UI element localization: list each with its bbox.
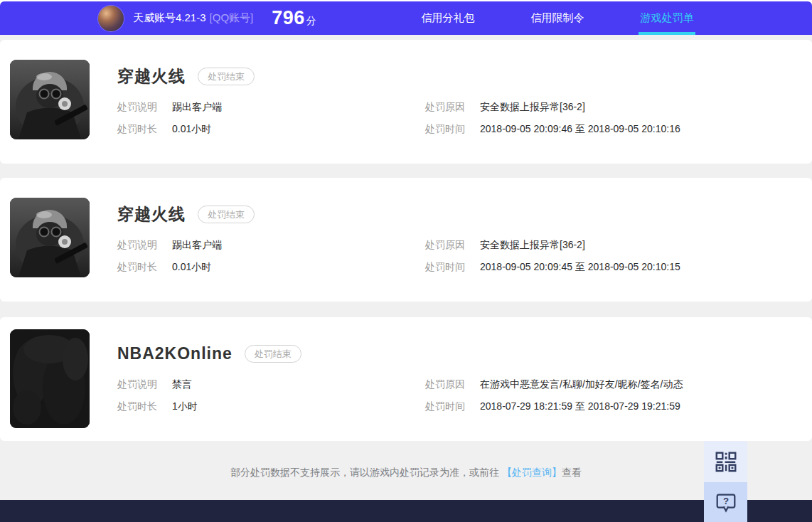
field-value: 踢出客户端 <box>172 239 222 250</box>
field-penalty-time: 处罚时间2018-09-05 20:09:46 至 2018-09-05 20:… <box>425 122 791 136</box>
penalty-card: 穿越火线 处罚结束 处罚说明踢出客户端 处罚原因安全数据上报异常[36-2] 处… <box>0 178 812 302</box>
help-bubble-icon: ? <box>714 490 738 514</box>
field-label: 处罚时间 <box>425 122 480 136</box>
field-penalty-reason: 处罚原因安全数据上报异常[36-2] <box>425 238 791 252</box>
field-penalty-desc: 处罚说明踢出客户端 <box>117 238 425 252</box>
field-value: 安全数据上报异常[36-2] <box>480 101 585 112</box>
account-info: 天威账号4.21-3 [QQ账号] 796 分 <box>98 6 316 31</box>
field-penalty-reason: 处罚原因安全数据上报异常[36-2] <box>425 100 791 114</box>
account-name: 天威账号4.21-3 <box>133 11 206 25</box>
game-title: 穿越火线 <box>117 65 186 87</box>
svg-text:?: ? <box>722 496 728 506</box>
penalty-card: NBA2KOnline 处罚结束 处罚说明禁言 处罚原因在游戏中恶意发言/私聊/… <box>0 317 812 441</box>
field-label: 处罚时长 <box>117 260 172 274</box>
notice-text: 部分处罚数据不支持展示，请以游戏内处罚记录为准，或前往 <box>230 467 502 478</box>
field-value: 安全数据上报异常[36-2] <box>480 239 585 250</box>
field-label: 处罚原因 <box>425 377 480 391</box>
avatar <box>98 6 124 31</box>
crossfire-soldier-icon <box>10 198 90 277</box>
field-value: 2018-09-05 20:09:45 至 2018-09-05 20:10:1… <box>480 261 680 272</box>
game-title: NBA2KOnline <box>117 344 233 363</box>
notice-text-suffix: 查看 <box>562 467 582 478</box>
game-thumbnail-crossfire <box>10 60 90 139</box>
status-badge: 处罚结束 <box>198 206 255 223</box>
header: 天威账号4.21-3 [QQ账号] 796 分 信用分礼包 信用限制令 游戏处罚… <box>0 1 812 35</box>
status-badge: 处罚结束 <box>198 68 255 85</box>
credit-score: 796 分 <box>272 7 316 29</box>
field-label: 处罚时间 <box>425 399 480 413</box>
field-penalty-reason: 处罚原因在游戏中恶意发言/私聊/加好友/昵称/签名/动态 <box>425 377 791 391</box>
credit-score-value: 796 <box>272 7 305 29</box>
game-penalty-page: 天威账号4.21-3 [QQ账号] 796 分 信用分礼包 信用限制令 游戏处罚… <box>0 0 812 522</box>
top-nav: 信用分礼包 信用限制令 游戏处罚单 <box>365 1 812 35</box>
field-value: 0.01小时 <box>172 261 211 272</box>
penalty-card: 穿越火线 处罚结束 处罚说明踢出客户端 处罚原因安全数据上报异常[36-2] 处… <box>0 40 812 164</box>
game-thumbnail-crossfire <box>10 198 90 277</box>
field-penalty-desc: 处罚说明禁言 <box>117 377 425 391</box>
field-value: 2018-09-05 20:09:46 至 2018-09-05 20:10:1… <box>480 123 680 134</box>
field-label: 处罚时长 <box>117 399 172 413</box>
penalty-query-link[interactable]: 【处罚查询】 <box>502 467 562 478</box>
status-badge: 处罚结束 <box>245 345 301 363</box>
field-value: 1小时 <box>172 400 198 412</box>
field-penalty-duration: 处罚时长1小时 <box>117 399 425 413</box>
field-value: 2018-07-29 18:21:59 至 2018-07-29 19:21:5… <box>480 400 680 412</box>
field-value: 0.01小时 <box>172 123 211 134</box>
field-label: 处罚说明 <box>117 238 172 252</box>
field-penalty-time: 处罚时间2018-09-05 20:09:45 至 2018-09-05 20:… <box>425 260 791 274</box>
field-label: 处罚说明 <box>117 100 172 114</box>
field-label: 处罚时长 <box>117 122 172 136</box>
field-penalty-desc: 处罚说明踢出客户端 <box>117 100 425 114</box>
field-label: 处罚原因 <box>425 238 480 252</box>
game-thumbnail-nba2konline <box>10 329 90 428</box>
crossfire-soldier-icon <box>10 60 90 139</box>
game-title: 穿越火线 <box>117 203 186 225</box>
penalty-list: 穿越火线 处罚结束 处罚说明踢出客户端 处罚原因安全数据上报异常[36-2] 处… <box>0 35 812 500</box>
qr-code-button[interactable] <box>704 441 747 482</box>
field-value: 在游戏中恶意发言/私聊/加好友/昵称/签名/动态 <box>480 378 683 390</box>
bottom-bar <box>0 500 812 522</box>
qr-code-icon <box>714 449 738 474</box>
account-type-tag: [QQ账号] <box>210 11 254 25</box>
field-label: 处罚时间 <box>425 260 480 274</box>
field-value: 踢出客户端 <box>172 101 222 112</box>
credit-score-unit: 分 <box>306 15 316 28</box>
field-penalty-duration: 处罚时长0.01小时 <box>117 122 425 136</box>
tab-credit-gift[interactable]: 信用分礼包 <box>421 1 475 35</box>
nba2konline-dark-art <box>10 329 90 428</box>
help-button[interactable]: ? <box>704 482 747 522</box>
field-penalty-duration: 处罚时长0.01小时 <box>117 260 425 274</box>
tab-game-penalty[interactable]: 游戏处罚单 <box>640 1 694 35</box>
field-value: 禁言 <box>172 378 192 390</box>
tab-credit-restriction[interactable]: 信用限制令 <box>530 1 584 35</box>
field-label: 处罚原因 <box>425 100 480 114</box>
field-label: 处罚说明 <box>117 377 172 391</box>
footer-notice: 部分处罚数据不支持展示，请以游戏内处罚记录为准，或前往 【处罚查询】查看 <box>0 441 812 479</box>
field-penalty-time: 处罚时间2018-07-29 18:21:59 至 2018-07-29 19:… <box>425 399 791 413</box>
floating-toolbar: ? <box>704 441 747 522</box>
